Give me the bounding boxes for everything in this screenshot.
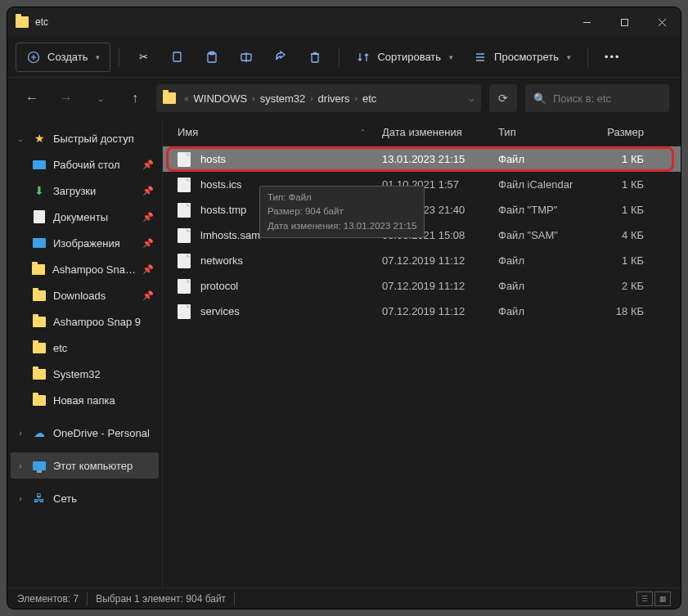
sidebar-ashampoo9[interactable]: Ashampoo Snap 9 [11,308,159,335]
details-view-button[interactable]: ☰ [636,591,653,606]
col-date[interactable]: Дата изменения [382,126,498,138]
sort-button[interactable]: Сортировать ▾ [348,43,461,72]
refresh-button[interactable]: ⟳ [489,84,517,112]
ellipsis-icon: ••• [605,51,621,63]
sidebar-documents[interactable]: Документы📌 [11,204,159,230]
trash-icon [308,50,322,65]
grid-view-button[interactable]: ▦ [654,591,671,606]
col-type[interactable]: Тип [498,126,593,138]
document-icon [34,210,45,223]
share-button[interactable] [265,43,296,72]
file-icon [178,254,191,268]
sidebar-desktop[interactable]: Рабочий стол📌 [11,151,159,178]
bc-etc[interactable]: etc [362,92,376,105]
file-row[interactable]: services07.12.2019 11:12Файл18 КБ [163,299,681,324]
search-placeholder: Поиск в: etc [553,92,611,105]
bc-windows[interactable]: WINDOWS [194,92,248,105]
copy-icon [170,50,185,65]
pictures-icon [33,238,46,248]
paste-button[interactable] [196,43,227,72]
sidebar-downloads[interactable]: ⬇Загрузки📌 [11,178,159,204]
minimize-button[interactable] [568,7,605,37]
star-icon: ★ [34,132,45,145]
sidebar: ⌵★Быстрый доступ Рабочий стол📌 ⬇Загрузки… [7,119,163,587]
sort-icon [356,50,371,65]
delete-button[interactable] [299,43,331,72]
pin-icon: 📌 [142,212,154,223]
chevron-down-icon: ▾ [96,53,100,61]
toolbar: Создать ▾ ✂ Сортировать ▾ Просмотреть ▾ … [7,37,681,78]
plus-icon [26,50,41,65]
pin-icon: 📌 [142,160,154,170]
copy-button[interactable] [162,43,193,72]
status-selection: Выбран 1 элемент: 904 байт [96,593,226,605]
create-button[interactable]: Создать ▾ [16,43,110,72]
file-row[interactable]: networks07.12.2019 11:12Файл1 КБ [163,248,681,273]
pin-icon: 📌 [142,186,154,196]
sidebar-etc[interactable]: etc [11,335,159,361]
view-button[interactable]: Просмотреть ▾ [465,43,579,72]
folder-icon [33,343,46,353]
chevron-down-icon: ▾ [567,53,571,61]
svg-rect-12 [312,54,318,62]
pin-icon: 📌 [142,290,154,301]
status-count: Элементов: 7 [17,593,79,605]
col-size[interactable]: Размер [593,126,652,138]
tooltip: Тип: Файл Размер: 904 байт Дата изменени… [259,186,425,238]
rename-icon [239,50,254,65]
file-pane: Имя⌃ Дата изменения Тип Размер hosts13.0… [163,119,681,587]
more-button[interactable]: ••• [596,43,629,72]
back-button[interactable]: ← [19,85,45,111]
address-bar: ← → ⌵ ↑ « WINDOWS› system32› drivers› et… [7,78,681,119]
breadcrumb[interactable]: « WINDOWS› system32› drivers› etc ⌵ [156,84,481,112]
forward-button[interactable]: → [53,85,79,111]
view-label: Просмотреть [494,51,559,63]
folder-icon [33,395,46,406]
col-name[interactable]: Имя⌃ [178,126,382,138]
bc-drivers[interactable]: drivers [318,92,350,105]
sidebar-network[interactable]: ›🖧Сеть [11,485,159,511]
svg-rect-7 [173,52,181,61]
file-row[interactable]: protocol07.12.2019 11:12Файл2 КБ [163,273,681,299]
file-list: hosts13.01.2023 21:15Файл1 КБhosts.ics01… [163,146,681,587]
sidebar-downloads2[interactable]: Downloads📌 [11,282,159,308]
pin-icon: 📌 [142,264,154,275]
network-icon: 🖧 [34,492,45,505]
up-button[interactable]: ↑ [122,85,148,111]
download-icon: ⬇ [34,184,44,197]
titlebar[interactable]: etc [7,7,681,37]
file-icon [178,152,191,167]
cloud-icon: ☁ [34,426,45,439]
recent-chevron[interactable]: ⌵ [88,85,114,111]
file-icon [178,279,191,294]
scissors-icon: ✂ [136,50,151,65]
status-bar: Элементов: 7 Выбран 1 элемент: 904 байт … [7,587,681,609]
view-icon [473,50,488,65]
window-title: etc [35,16,568,28]
folder-icon [163,92,176,104]
sidebar-thispc[interactable]: ›Этот компьютер [11,452,159,479]
file-icon [178,228,191,243]
bc-system32[interactable]: system32 [260,92,306,105]
folder-icon [32,264,45,275]
file-row[interactable]: hosts13.01.2023 21:15Файл1 КБ [163,146,681,172]
file-icon [178,178,191,192]
sidebar-onedrive[interactable]: ›☁OneDrive - Personal [11,420,159,446]
column-headers: Имя⌃ Дата изменения Тип Размер [163,119,681,146]
sidebar-newfolder[interactable]: Новая папка [11,387,159,413]
maximize-button[interactable] [605,7,643,37]
rename-button[interactable] [231,43,262,72]
close-button[interactable] [643,7,681,37]
folder-icon [33,369,46,380]
cut-button[interactable]: ✂ [128,43,159,72]
search-input[interactable]: 🔍 Поиск в: etc [525,84,669,112]
file-icon [178,203,191,218]
chevron-down-icon: ▾ [449,53,453,61]
sidebar-system32[interactable]: System32 [11,361,159,387]
sidebar-ashampoo[interactable]: Ashampoo Sna…📌 [11,256,159,282]
sort-label: Сортировать [377,51,441,63]
sidebar-pictures[interactable]: Изображения📌 [11,230,159,256]
svg-rect-1 [621,19,627,25]
create-label: Создать [47,51,88,63]
sidebar-quick-access[interactable]: ⌵★Быстрый доступ [11,125,159,151]
